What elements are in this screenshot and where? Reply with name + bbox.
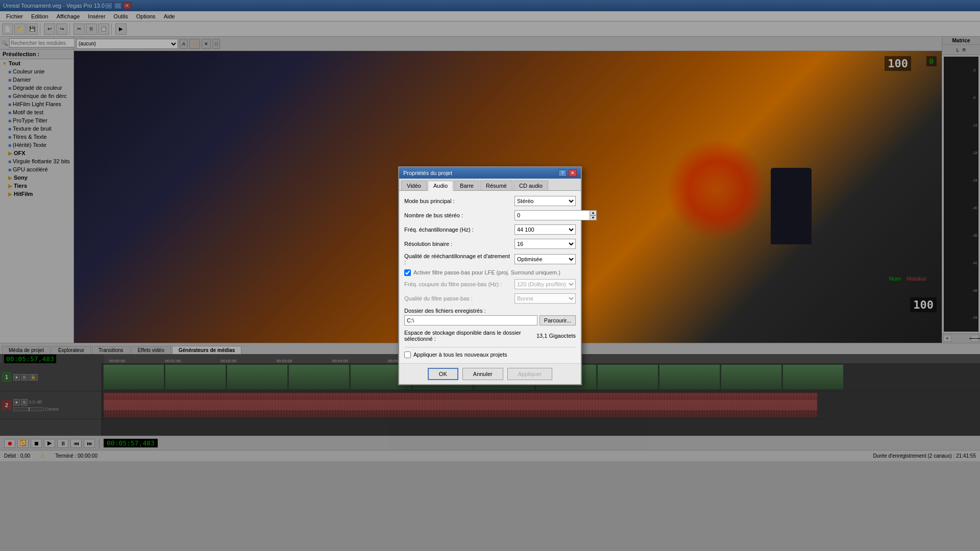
resolution-select[interactable]: 16 24 32 (514, 239, 576, 249)
lfe-freq-row: Fréq. coupure du filtre passe-bas (Hz) :… (404, 279, 576, 289)
mode-bus-label: Mode bus principal : (404, 198, 514, 204)
lfe-quality-label: Qualité du filtre passe-bas : (404, 295, 514, 302)
storage-label: Espace de stockage disponible dans le do… (404, 330, 536, 342)
nb-bus-input[interactable] (514, 210, 590, 220)
resolution-label: Résolution binaire : (404, 241, 514, 247)
lfe-checkbox-row: Activer filtre passe-bas pour LFE (proj.… (404, 269, 576, 276)
lfe-checkbox-label: Activer filtre passe-bas pour LFE (proj.… (413, 269, 560, 276)
dialog-title: Propriétés du projet (403, 170, 452, 176)
quality-row: Qualité de rééchantillonnage et d'atreme… (404, 253, 576, 265)
cancel-button[interactable]: Annuler (462, 368, 503, 380)
nb-bus-spinner: ▲ ▼ (514, 210, 576, 220)
lfe-quality-row: Qualité du filtre passe-bas : Bonne Meil… (404, 293, 576, 304)
dialog-action-buttons: OK Annuler Appliquer (399, 363, 581, 384)
spinner-down[interactable]: ▼ (590, 215, 597, 220)
apply-all-row: Appliquer à tous les nouveaux projets (404, 347, 576, 358)
quality-label: Qualité de rééchantillonnage et d'atreme… (404, 253, 514, 265)
quality-select[interactable]: Optimisée Bonne Meilleure (514, 254, 576, 264)
dialog-titlebar-buttons: ? ✕ (558, 169, 577, 177)
folder-input[interactable] (404, 315, 537, 325)
apply-all-checkbox[interactable] (404, 352, 411, 358)
apply-all-label: Appliquer à tous les nouveaux projets (413, 352, 507, 358)
spinner-up[interactable]: ▲ (590, 210, 597, 215)
dtab-audio[interactable]: Audio (428, 181, 453, 191)
dialog-help-button[interactable]: ? (558, 169, 567, 177)
mode-bus-row: Mode bus principal : Stéréo Surround 5.1… (404, 196, 576, 206)
freq-label: Fréq. échantillonnage (Hz) : (404, 227, 514, 233)
lfe-freq-select[interactable]: 120 (Dolby pro/film) (514, 279, 576, 289)
nb-bus-label: Nombre de bus stéréo : (404, 212, 514, 218)
dtab-cdaudio[interactable]: CD audio (513, 181, 548, 190)
dialog-tabs: Vidéo Audio Barre Résumé CD audio (399, 179, 581, 191)
freq-select[interactable]: 44 100 48 000 96 000 (514, 224, 576, 235)
dtab-resume[interactable]: Résumé (480, 181, 512, 190)
folder-input-row: Parcourir... (404, 315, 576, 325)
properties-dialog: Propriétés du projet ? ✕ Vidéo Audio Bar… (398, 166, 582, 385)
modal-overlay: Propriétés du projet ? ✕ Vidéo Audio Bar… (0, 0, 980, 551)
spinner-buttons: ▲ ▼ (590, 210, 597, 220)
dtab-barre[interactable]: Barre (454, 181, 479, 190)
apply-button[interactable]: Appliquer (507, 368, 552, 380)
dialog-close-button[interactable]: ✕ (569, 169, 577, 177)
dialog-content: Mode bus principal : Stéréo Surround 5.1… (399, 191, 581, 363)
storage-row: Espace de stockage disponible dans le do… (404, 330, 576, 342)
storage-value: 13,1 Gigaoctets (536, 333, 576, 339)
nb-bus-row: Nombre de bus stéréo : ▲ ▼ (404, 210, 576, 220)
folder-row: Dossier des fichiers enregistrés : Parco… (404, 308, 576, 325)
lfe-quality-select[interactable]: Bonne Meilleure (514, 293, 576, 304)
dialog-titlebar: Propriétés du projet ? ✕ (399, 167, 581, 179)
dtab-video[interactable]: Vidéo (401, 181, 427, 190)
resolution-row: Résolution binaire : 16 24 32 (404, 239, 576, 249)
ok-button[interactable]: OK (428, 368, 458, 380)
mode-bus-select[interactable]: Stéréo Surround 5.1 Mono (514, 196, 576, 206)
lfe-checkbox[interactable] (404, 269, 411, 276)
freq-row: Fréq. échantillonnage (Hz) : 44 100 48 0… (404, 224, 576, 235)
lfe-freq-label: Fréq. coupure du filtre passe-bas (Hz) : (404, 281, 514, 287)
folder-label: Dossier des fichiers enregistrés : (404, 308, 576, 314)
browse-button[interactable]: Parcourir... (540, 315, 576, 325)
